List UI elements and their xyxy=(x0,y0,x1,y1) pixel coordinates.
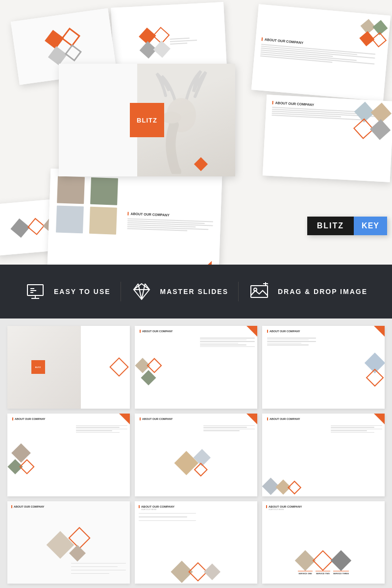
features-banner: EASY TO USE MASTER SLIDES xyxy=(0,265,392,318)
divider-2 xyxy=(238,282,239,301)
feature-easy-to-use: EASY TO USE xyxy=(24,281,111,303)
slide-thumb-9[interactable]: ABOUT OUR COMPANY SUBTITLE HERE SERVICE … xyxy=(262,501,385,584)
slide-preview-main: BLITZ xyxy=(59,64,235,176)
slide-preview-bc: ABOUT OUR COMPANY xyxy=(48,169,222,265)
slide-preview-rt: ABOUT OUR COMPANY xyxy=(251,4,391,101)
blitz-logo: BLITZ xyxy=(130,103,164,137)
thumb3-title: ABOUT OUR COMPANY xyxy=(267,330,300,333)
slide-thumb-4[interactable]: ABOUT OUR COMPANY xyxy=(7,414,130,496)
slide-thumb-5[interactable]: ABOUT OUR COMPANY xyxy=(135,414,257,496)
presentation-icon xyxy=(24,281,47,303)
image-icon xyxy=(248,281,270,303)
corner-triangle xyxy=(246,326,257,337)
slide-thumb-7[interactable]: ABOUT OUR COMPANY xyxy=(7,501,130,584)
feature-master-slides: MASTER SLIDES xyxy=(130,281,228,303)
feature-drag-drop: DRAG & DROP IMAGE xyxy=(248,281,368,303)
slides-grid: BLITZ ABOUT OUR COMPANY xyxy=(0,318,392,588)
corner-triangle xyxy=(374,414,385,424)
thumb6-title: ABOUT OUR COMPANY xyxy=(267,417,300,420)
diamond-icon xyxy=(130,281,152,303)
easy-to-use-label: EASY TO USE xyxy=(54,288,111,295)
corner-triangle xyxy=(119,414,130,424)
key-text: KEY xyxy=(354,217,387,235)
thumb1-blitz: BLITZ xyxy=(31,360,45,374)
thumb7-title: ABOUT OUR COMPANY xyxy=(11,505,45,580)
slide-thumb-2[interactable]: ABOUT OUR COMPANY xyxy=(135,326,257,409)
blitz-key-button[interactable]: BLITZ KEY xyxy=(307,217,387,235)
divider-1 xyxy=(121,282,121,301)
corner-triangle xyxy=(246,414,257,424)
corner-triangle xyxy=(374,326,385,337)
hero-section: BLITZ ABOUT OUR COMPANY xyxy=(0,0,392,265)
slide-thumb-6[interactable]: ABOUT OUR COMPANY xyxy=(262,414,385,496)
master-slides-label: MASTER SLIDES xyxy=(160,288,228,295)
drag-drop-label: DRAG & DROP IMAGE xyxy=(278,288,368,295)
thumb4-title: ABOUT OUR COMPANY xyxy=(12,417,46,420)
slide-preview-rm: ABOUT OUR COMPANY xyxy=(263,95,392,182)
slide-thumb-8[interactable]: ABOUT OUR COMPANY SUBTITLE HERE xyxy=(135,501,257,584)
slide-thumb-3[interactable]: ABOUT OUR COMPANY xyxy=(262,326,385,409)
blitz-text: BLITZ xyxy=(307,217,354,235)
slide-thumb-1[interactable]: BLITZ xyxy=(7,326,130,409)
thumb2-title: ABOUT OUR COMPANY xyxy=(140,330,173,333)
svg-point-1 xyxy=(162,112,181,123)
thumb5-title: ABOUT OUR COMPANY xyxy=(140,417,173,420)
svg-rect-14 xyxy=(251,286,268,297)
